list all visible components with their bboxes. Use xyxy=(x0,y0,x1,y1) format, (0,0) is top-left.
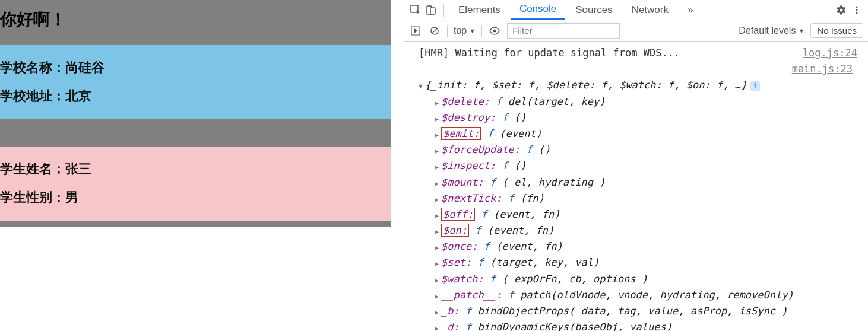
object-property[interactable]: $once: f (event, fn) xyxy=(419,238,862,254)
student-gender-value: 男 xyxy=(65,190,78,205)
student-gender-label: 学生性别： xyxy=(0,190,65,205)
console-toolbar: top▼ Default levels▼ No Issues xyxy=(404,20,868,42)
object-property[interactable]: $forceUpdate: f () xyxy=(419,142,862,158)
log-source-link[interactable]: log.js:24 xyxy=(803,45,862,61)
levels-select[interactable]: Default levels▼ xyxy=(739,26,804,36)
school-card: 学校名称：尚硅谷 学校地址：北京 xyxy=(0,45,391,119)
inspect-icon[interactable] xyxy=(409,4,422,17)
svg-point-9 xyxy=(493,29,496,32)
object-property[interactable]: $nextTick: f (fn) xyxy=(419,190,862,206)
log-message: [HMR] Waiting for update signal from WDS… xyxy=(419,45,680,61)
object-property[interactable]: $on: f (event, fn) xyxy=(419,222,862,238)
issues-button[interactable]: No Issues xyxy=(810,23,863,38)
school-addr-label: 学校地址： xyxy=(0,88,65,103)
eye-icon[interactable] xyxy=(488,24,501,37)
context-select[interactable]: top▼ xyxy=(454,26,476,36)
school-name-label: 学校名称： xyxy=(0,60,65,75)
info-icon[interactable]: i xyxy=(750,81,760,91)
svg-line-8 xyxy=(432,28,437,33)
object-property[interactable]: $delete: f del(target, key) xyxy=(419,94,862,110)
tab-elements[interactable]: Elements xyxy=(450,0,509,20)
object-property[interactable]: _b: f bindObjectProps( data, tag, value,… xyxy=(419,303,862,319)
divider xyxy=(443,4,444,17)
page-title: 你好啊！ xyxy=(0,0,391,39)
tab-sources[interactable]: Sources xyxy=(567,0,620,20)
student-name-label: 学生姓名： xyxy=(0,161,65,176)
object-property[interactable]: $set: f (target, key, val) xyxy=(419,254,862,270)
svg-rect-2 xyxy=(430,8,435,14)
divider xyxy=(481,25,482,37)
student-card: 学生姓名：张三 学生性别：男 xyxy=(0,147,391,221)
device-toggle-icon[interactable] xyxy=(425,4,438,17)
app-preview: 你好啊！ 学校名称：尚硅谷 学校地址：北京 学生姓名：张三 学生性别：男 xyxy=(0,0,404,331)
svg-point-5 xyxy=(856,12,858,14)
tab-more[interactable]: » xyxy=(679,0,701,20)
object-property[interactable]: $off: f (event, fn) xyxy=(419,206,862,222)
object-property[interactable]: _d: f bindDynamicKeys(baseObj, values) xyxy=(419,319,862,331)
object-property[interactable]: $emit: f (event) xyxy=(419,126,862,142)
object-property[interactable]: $inspect: f () xyxy=(419,158,862,174)
log-source-link[interactable]: main.js:23 xyxy=(792,63,857,75)
devtools-tabbar: Elements Console Sources Network » xyxy=(404,0,868,20)
svg-point-3 xyxy=(856,6,858,8)
filter-input[interactable] xyxy=(507,23,620,39)
tab-network[interactable]: Network xyxy=(623,0,677,20)
object-property[interactable]: __patch__: f patch(oldVnode, vnode, hydr… xyxy=(419,287,862,303)
object-summary[interactable]: {_init: f, $set: f, $delete: f, $watch: … xyxy=(419,77,862,93)
tab-console[interactable]: Console xyxy=(511,0,565,20)
school-name-value: 尚硅谷 xyxy=(65,60,104,75)
divider xyxy=(447,25,448,37)
object-property[interactable]: $mount: f ( el, hydrating ) xyxy=(419,174,862,190)
clear-icon[interactable] xyxy=(428,24,441,37)
devtools-panel: Elements Console Sources Network » top▼ xyxy=(404,0,868,331)
console-output[interactable]: [HMR] Waiting for update signal from WDS… xyxy=(404,42,868,331)
gear-icon[interactable] xyxy=(835,4,848,17)
student-name-value: 张三 xyxy=(65,161,91,176)
play-icon[interactable] xyxy=(409,24,422,37)
kebab-icon[interactable] xyxy=(850,4,863,17)
object-property[interactable]: $watch: f ( expOrFn, cb, options ) xyxy=(419,271,862,287)
school-addr-value: 北京 xyxy=(65,88,91,103)
object-property[interactable]: $destroy: f () xyxy=(419,110,862,126)
svg-point-4 xyxy=(856,9,858,11)
